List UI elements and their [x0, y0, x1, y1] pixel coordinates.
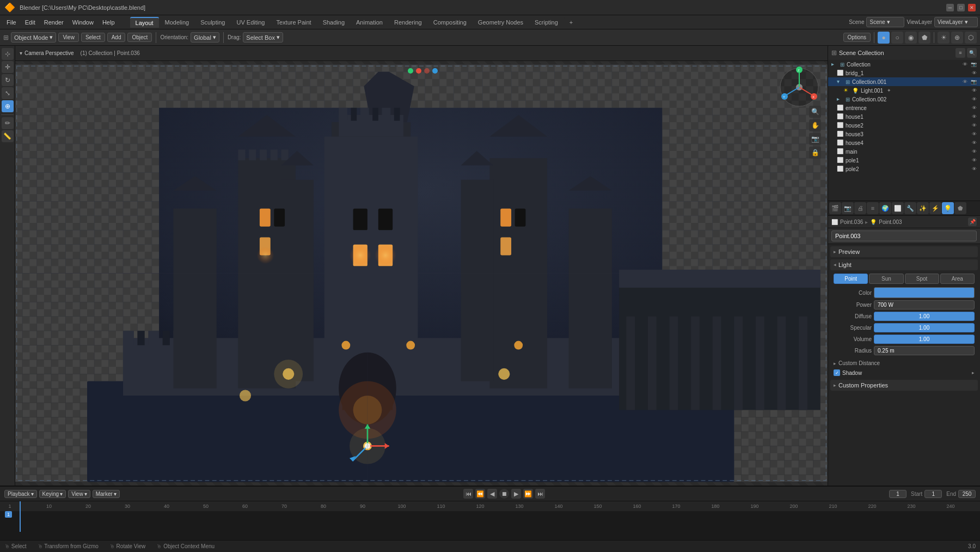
cursor-tool[interactable]: ⊹	[2, 48, 14, 60]
stop-button[interactable]: ⏹	[499, 489, 509, 499]
outliner-item-col001[interactable]: ▾ ⊞ Collection.001 👁 📷	[828, 77, 980, 86]
start-frame-input[interactable]	[924, 490, 942, 498]
step-back-button[interactable]: ⏪	[475, 489, 485, 499]
menu-window[interactable]: Window	[68, 18, 98, 27]
custom-props-header[interactable]: ▸ Custom Properties	[830, 380, 978, 391]
rotate-tool[interactable]: ↻	[2, 74, 14, 86]
object-name-input[interactable]	[831, 230, 977, 241]
move-tool[interactable]: ✛	[2, 61, 14, 73]
outliner-item-pole2[interactable]: ⬜ pole2 👁	[828, 165, 980, 173]
tab-compositing[interactable]: Compositing	[428, 17, 472, 27]
outliner-item-house3[interactable]: ⬜ house3 👁	[828, 130, 980, 138]
light-type-spot[interactable]: Spot	[905, 274, 939, 284]
house3-eye[interactable]: 👁	[972, 131, 977, 137]
power-value[interactable]: 700 W	[874, 300, 975, 310]
shadow-checkbox[interactable]: ✓	[834, 369, 840, 376]
outliner-item-house4[interactable]: ⬜ house4 👁	[828, 138, 980, 147]
outliner-item-bridg1[interactable]: ⬜ bridg_1 👁	[828, 69, 980, 77]
tab-layout[interactable]: Layout	[130, 17, 159, 28]
light-header[interactable]: ▾ Light	[830, 259, 978, 270]
select-button[interactable]: Select	[81, 33, 105, 42]
main-eye[interactable]: 👁	[972, 149, 977, 154]
light001-eye[interactable]: 👁	[972, 88, 977, 93]
outliner-item-house2[interactable]: ⬜ house2 👁	[828, 121, 980, 130]
prop-tab-world[interactable]: 🌍	[879, 202, 891, 214]
diffuse-value[interactable]: 1.00	[874, 312, 975, 321]
entrence-eye[interactable]: 👁	[972, 105, 977, 111]
tab-texture-paint[interactable]: Texture Paint	[271, 17, 316, 27]
prop-pin-button[interactable]: 📌	[968, 217, 977, 226]
drag-selector[interactable]: Select Box ▾	[243, 32, 283, 43]
prop-tab-render[interactable]: 📷	[842, 202, 854, 214]
col001-eye[interactable]: 👁	[963, 79, 967, 84]
menu-file[interactable]: File	[2, 18, 21, 27]
marker-dropdown[interactable]: Marker ▾	[93, 490, 120, 498]
custom-distance-row[interactable]: ▸ Custom Distance	[830, 359, 978, 368]
play-button[interactable]: ▶	[511, 489, 521, 499]
volume-value[interactable]: 1.00	[874, 335, 975, 344]
jump-to-start-button[interactable]: ⏮	[463, 489, 473, 499]
color-picker[interactable]	[874, 287, 975, 298]
maximize-button[interactable]: □	[957, 4, 965, 11]
outliner-filter-button[interactable]: ≡	[955, 48, 965, 58]
add-button[interactable]: Add	[107, 33, 126, 42]
prop-tab-physics[interactable]: ⚡	[929, 202, 941, 214]
preview-header[interactable]: ▸ Preview	[830, 246, 978, 257]
outliner-item-main[interactable]: ⬜ main 👁	[828, 147, 980, 156]
tab-geometry-nodes[interactable]: Geometry Nodes	[473, 17, 529, 27]
jump-to-end-button[interactable]: ⏭	[535, 489, 545, 499]
outliner-search-button[interactable]: 🔍	[967, 48, 977, 58]
tab-animation[interactable]: Animation	[351, 17, 388, 27]
tab-sculpting[interactable]: Sculpting	[195, 17, 230, 27]
light-type-sun[interactable]: Sun	[869, 274, 903, 284]
scale-tool[interactable]: ⤡	[2, 87, 14, 99]
playback-dropdown[interactable]: Playback ▾	[4, 490, 37, 498]
rendered-view-button[interactable]: ◉	[905, 32, 917, 44]
play-back-button[interactable]: ◀	[487, 489, 497, 499]
material-view-button[interactable]: ⬟	[918, 32, 930, 44]
view-layer-selector[interactable]: ViewLayer ▾	[934, 17, 978, 27]
prop-tab-object[interactable]: ⬜	[892, 202, 904, 214]
outliner-item-collection[interactable]: ▸ ⊞ Collection 👁 📷	[828, 60, 980, 69]
shading-button[interactable]: ☀	[938, 32, 950, 44]
prop-tab-output[interactable]: 🖨	[854, 202, 866, 214]
menu-render[interactable]: Render	[40, 18, 68, 27]
tab-scripting[interactable]: Scripting	[529, 17, 564, 27]
keying-dropdown[interactable]: Keying ▾	[39, 490, 66, 498]
lock-camera-tool[interactable]: 🔒	[809, 147, 821, 159]
end-frame-input[interactable]	[958, 490, 976, 498]
col001-render[interactable]: 📷	[971, 79, 977, 84]
house4-eye[interactable]: 👁	[972, 140, 977, 145]
xray-button[interactable]: ⬡	[965, 32, 977, 44]
pole1-eye[interactable]: 👁	[972, 157, 977, 163]
current-frame-input[interactable]	[889, 490, 906, 498]
solid-view-button[interactable]: ●	[878, 32, 890, 44]
tab-shading[interactable]: Shading	[317, 17, 350, 27]
radius-value[interactable]: 0.25 m	[874, 346, 975, 355]
light-type-point[interactable]: Point	[834, 274, 868, 284]
bridg1-eye[interactable]: 👁	[972, 70, 977, 76]
collection-render[interactable]: 📷	[971, 62, 977, 67]
prop-tab-data[interactable]: 💡	[942, 202, 954, 214]
specular-value[interactable]: 1.00	[874, 323, 975, 332]
collection-eye[interactable]: 👁	[963, 62, 967, 67]
close-button[interactable]: ✕	[968, 4, 976, 11]
zoom-tool[interactable]: 🔍	[809, 106, 821, 118]
overlays-button[interactable]: ⊕	[951, 32, 963, 44]
outliner-item-col002[interactable]: ▸ ⊞ Collection.002 👁	[828, 95, 980, 104]
pole2-eye[interactable]: 👁	[972, 166, 977, 172]
mode-selector[interactable]: Object Mode ▾	[11, 32, 56, 43]
prop-tab-view-layer[interactable]: ≡	[867, 202, 879, 214]
light-type-area[interactable]: Area	[940, 274, 975, 284]
wireframe-view-button[interactable]: ○	[891, 32, 903, 44]
scene-selector[interactable]: Scene ▾	[866, 17, 904, 27]
outliner-item-entrence[interactable]: ⬜ entrence 👁	[828, 104, 980, 112]
prop-tab-modifier[interactable]: 🔧	[904, 202, 916, 214]
orientation-selector[interactable]: Global ▾	[191, 32, 219, 43]
step-forward-button[interactable]: ⏩	[523, 489, 533, 499]
menu-help[interactable]: Help	[98, 18, 119, 27]
prop-tab-material[interactable]: ⬟	[954, 202, 966, 214]
outliner-item-pole1[interactable]: ⬜ pole1 👁	[828, 156, 980, 165]
pan-tool[interactable]: ✋	[809, 119, 821, 131]
viewport-main[interactable]: ▾ Camera Perspective (1) Collection | Po…	[15, 46, 828, 486]
